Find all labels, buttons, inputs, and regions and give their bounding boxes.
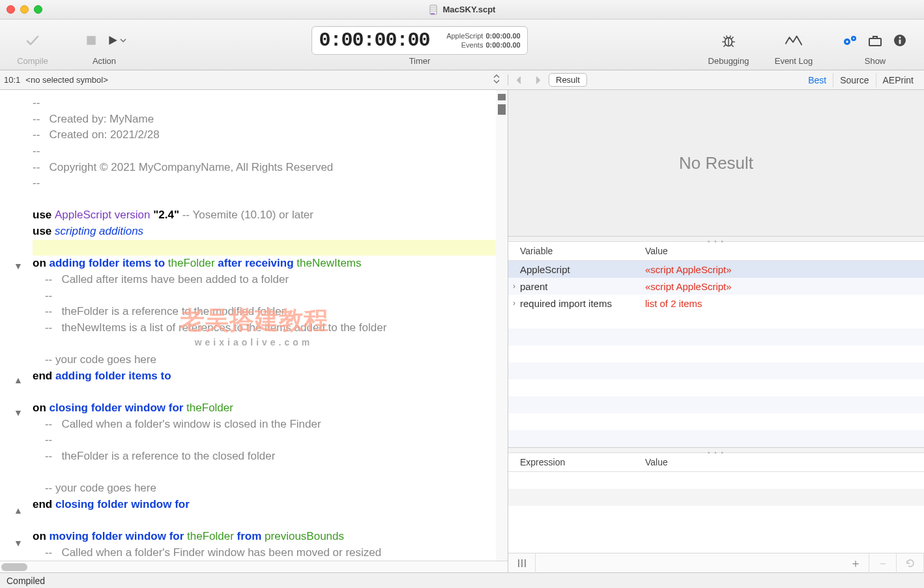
window-controls [7, 5, 42, 14]
no-result-text: No Result [679, 153, 753, 173]
svg-rect-11 [899, 40, 901, 44]
variable-row[interactable]: ›parent«script AppleScript» [508, 278, 924, 295]
result-button[interactable]: Result [549, 73, 587, 87]
window-title: MacSKY.scpt [443, 5, 496, 14]
svg-point-10 [899, 37, 901, 38]
show-label: Show [865, 56, 886, 66]
expressions-col-name: Expression [508, 457, 645, 467]
fold-close-icon[interactable]: ▲ [13, 375, 23, 385]
close-window-button[interactable] [7, 5, 15, 14]
run-button[interactable] [107, 31, 126, 50]
variables-panel: Variable Value AppleScript«script AppleS… [508, 242, 924, 448]
timer-label: Timer [409, 56, 431, 66]
compile-label: Compile [17, 56, 48, 66]
result-viewer: No Result [508, 90, 924, 237]
result-tab-source[interactable]: Source [833, 73, 875, 87]
show-briefcase-button[interactable] [866, 31, 884, 50]
cursor-position: 10:1 [4, 75, 20, 85]
timer-display: 0:00:00:00 AppleScript0:00:00.00Events0:… [311, 26, 527, 55]
svg-point-6 [846, 40, 848, 42]
splitter[interactable]: • • • [508, 448, 924, 453]
info-button[interactable] [891, 31, 909, 50]
fold-open-icon[interactable]: ▼ [13, 261, 23, 271]
variables-col-name: Variable [508, 246, 645, 256]
result-view-tabs: BestSourceAEPrint [801, 73, 920, 87]
code-editor[interactable]: ▼▲▼▲▼ ---- Created by: MyName-- Created … [0, 90, 508, 561]
columns-icon[interactable] [508, 553, 536, 573]
compile-button[interactable] [23, 31, 42, 50]
editor-pane: ▼▲▼▲▼ ---- Created by: MyName-- Created … [0, 90, 508, 572]
forward-button[interactable] [530, 73, 545, 87]
minimap-scrollbar[interactable] [496, 90, 508, 561]
expressions-panel: Expression Value ＋ － [508, 453, 924, 572]
variable-row[interactable]: ›required import itemslist of 2 items [508, 295, 924, 312]
symbol-selector[interactable]: <no selected symbol> [25, 75, 484, 85]
event-log-button[interactable] [785, 31, 803, 50]
timer-main: 0:00:00:00 [319, 29, 429, 51]
back-button[interactable] [512, 73, 527, 87]
status-bar: Compiled [0, 572, 924, 588]
fold-open-icon[interactable]: ▼ [13, 407, 23, 418]
chevron-down-icon [120, 37, 126, 44]
show-gears-button[interactable] [841, 31, 859, 50]
event-log-label: Event Log [775, 56, 813, 66]
result-tab-best[interactable]: Best [801, 73, 833, 87]
minimize-window-button[interactable] [20, 5, 29, 14]
add-expression-button[interactable]: ＋ [842, 553, 869, 573]
document-icon [429, 5, 439, 15]
symbol-dropdown-icon[interactable] [489, 74, 504, 85]
refresh-expression-button[interactable] [897, 553, 924, 573]
splitter[interactable]: • • • [508, 237, 924, 242]
main-split: ▼▲▼▲▼ ---- Created by: MyName-- Created … [0, 90, 924, 572]
stop-button[interactable] [82, 31, 100, 50]
expressions-toolbar: ＋ － [508, 553, 924, 572]
svg-rect-0 [430, 5, 437, 14]
expressions-col-value: Value [645, 457, 668, 467]
debugging-button[interactable] [719, 31, 738, 50]
status-text: Compiled [7, 576, 45, 586]
action-label: Action [93, 56, 116, 66]
variables-col-value: Value [645, 246, 668, 256]
svg-rect-8 [869, 38, 881, 46]
fold-close-icon[interactable]: ▲ [13, 505, 23, 516]
svg-rect-1 [87, 36, 96, 45]
svg-point-7 [853, 38, 854, 39]
horizontal-scrollbar[interactable] [0, 561, 508, 572]
inspector-pane: No Result • • • Variable Value AppleScri… [508, 90, 924, 572]
titlebar: MacSKY.scpt [0, 0, 924, 20]
toolbar: Compile Action 0:00:00:00 AppleScript0:0… [0, 20, 924, 70]
debugging-label: Debugging [708, 56, 749, 66]
variable-row[interactable]: AppleScript«script AppleScript» [508, 261, 924, 278]
navigation-bar: 10:1 <no selected symbol> Result BestSou… [0, 70, 924, 90]
fold-open-icon[interactable]: ▼ [13, 538, 23, 548]
remove-expression-button[interactable]: － [869, 553, 897, 573]
result-tab-aeprint[interactable]: AEPrint [876, 73, 920, 87]
zoom-window-button[interactable] [34, 5, 42, 14]
